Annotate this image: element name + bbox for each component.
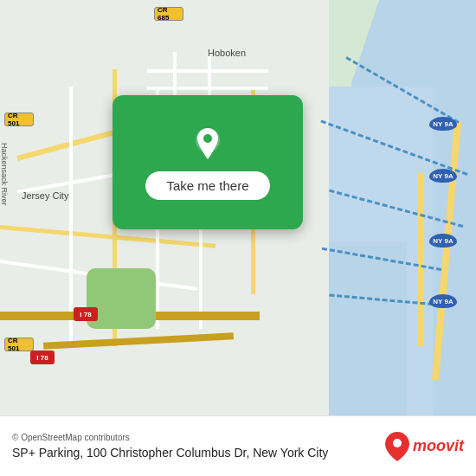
- location-name: SP+ Parking, 100 Christopher Columbus Dr…: [12, 446, 385, 460]
- osm-credit: © OpenStreetMap contributors: [12, 433, 385, 442]
- popup-card[interactable]: Take me there: [113, 95, 303, 229]
- road-hob-4: [147, 87, 268, 90]
- svg-point-1: [203, 134, 212, 143]
- cr501-shield-2: CR 501: [4, 338, 34, 351]
- take-me-there-button[interactable]: Take me there: [145, 171, 269, 200]
- map[interactable]: Jersey City Hoboken Hackensack River CR …: [0, 0, 476, 415]
- svg-point-2: [393, 439, 402, 447]
- ny9a-shield-1: NY 9A: [429, 117, 457, 131]
- road-ny9a-2: [417, 173, 424, 346]
- location-pin-icon: [189, 125, 227, 163]
- moovit-text: moovit: [413, 437, 464, 455]
- road-hob-3: [147, 69, 268, 73]
- bottom-bar: © OpenStreetMap contributors SP+ Parking…: [0, 415, 476, 476]
- moovit-logo: moovit: [385, 432, 464, 461]
- road-vert-1: [69, 87, 73, 346]
- bottom-text: © OpenStreetMap contributors SP+ Parking…: [12, 433, 385, 460]
- i78-shield-1: I 78: [74, 307, 98, 321]
- ny9a-shield-2: NY 9A: [429, 169, 457, 183]
- ny9a-shield-3: NY 9A: [429, 234, 457, 248]
- ny9a-shield-4: NY 9A: [429, 294, 457, 308]
- cr501-shield-1: CR 501: [4, 113, 34, 126]
- i78-shield-2: I 78: [30, 351, 55, 364]
- cr685-shield: CR 685: [154, 7, 183, 21]
- moovit-pin-icon: [385, 432, 409, 461]
